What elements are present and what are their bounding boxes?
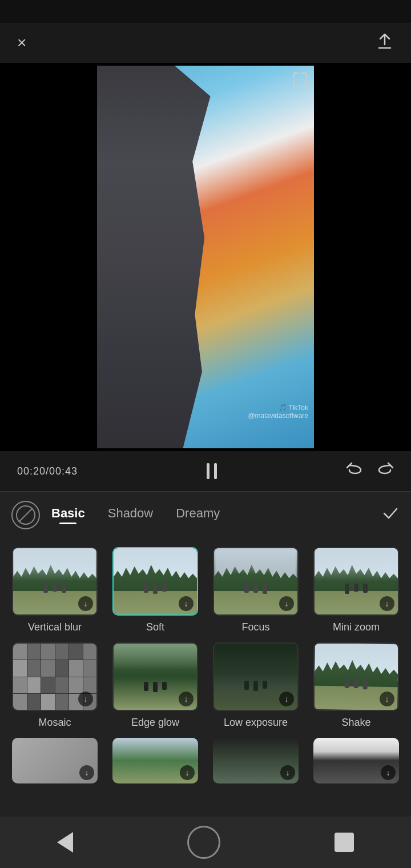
effect-label-soft: Soft [146,621,164,633]
effect-thumb-partial-2: ↓ [112,738,198,783]
tab-dreamy[interactable]: Dreamy [176,506,220,524]
download-badge: ↓ [279,692,294,706]
effect-shake[interactable]: ↓ Shake [311,642,402,729]
effect-thumb-partial-3: ↓ [213,738,299,783]
effect-focus[interactable]: ↓ Focus [210,547,301,633]
effect-label-low-exposure: Low exposure [224,717,288,729]
tiktok-watermark: 🎵 TikTok @malavidasoftware [248,404,308,420]
effect-edge-glow[interactable]: ↓ Edge glow [110,642,201,729]
filter-tabs: Basic Shadow Dreamy [0,492,411,538]
effect-mini-zoom[interactable]: ↓ Mini zoom [311,547,402,633]
stop-square-icon [335,833,354,852]
effect-thumb-soft: ↓ [112,547,198,616]
confirm-button[interactable] [381,504,400,527]
no-filter-button[interactable] [11,501,40,529]
download-badge: ↓ [179,692,194,706]
expand-icon[interactable] [292,71,308,91]
header: × [0,23,411,63]
effect-label-mosaic: Mosaic [38,717,71,729]
download-badge: ↓ [381,765,396,780]
video-content: 🎵 TikTok @malavidasoftware [97,66,314,448]
effects-grid-row2: ↓ Mosaic ↓ Edge glow [0,642,411,738]
nav-back-button[interactable] [57,832,73,853]
video-preview: 🎵 TikTok @malavidasoftware [0,63,411,451]
effects-grid-row3-partial: ↓ ↓ ↓ ↓ [0,738,411,793]
effect-vertical-blur[interactable]: ↓ Vertical blur [9,547,100,633]
download-badge: ↓ [180,765,195,780]
tab-basic[interactable]: Basic [51,506,85,524]
effect-label-mini-zoom: Mini zoom [333,621,380,633]
effect-soft[interactable]: ↓ Soft [110,547,201,633]
record-circle-icon [187,826,220,859]
pause-bar-left [207,463,209,479]
effect-label-vertical-blur: Vertical blur [28,621,82,633]
playback-extra-controls [346,461,394,481]
effect-label-edge-glow: Edge glow [131,717,179,729]
status-bar [0,0,411,23]
effect-thumb-vertical-blur: ↓ [12,547,98,616]
download-badge: ↓ [279,596,294,611]
nav-stop-button[interactable] [335,833,354,852]
download-badge: ↓ [179,596,194,611]
effect-low-exposure[interactable]: ↓ Low exposure [210,642,301,729]
effect-thumb-mini-zoom: ↓ [313,547,399,616]
download-badge: ↓ [78,692,93,706]
effect-thumb-partial-4: ↓ [313,738,399,783]
download-badge: ↓ [380,596,394,611]
effect-thumb-partial-1: ↓ [12,738,98,783]
effect-partial-1[interactable]: ↓ [9,738,100,783]
forward-button[interactable] [376,461,394,481]
pause-bar-right [214,463,217,479]
download-badge: ↓ [79,765,94,780]
effect-thumb-mosaic: ↓ [12,642,98,711]
effect-thumb-focus: ↓ [213,547,299,616]
effect-partial-4[interactable]: ↓ [311,738,402,783]
download-badge: ↓ [380,692,394,706]
tabs-container: Basic Shadow Dreamy [51,506,381,524]
upload-button[interactable] [376,32,394,54]
download-badge: ↓ [78,596,93,611]
time-display: 00:20/00:43 [17,465,78,477]
pause-button[interactable] [207,463,217,479]
effect-mosaic[interactable]: ↓ Mosaic [9,642,100,729]
nav-record-button[interactable] [187,826,220,859]
effect-partial-3[interactable]: ↓ [210,738,301,783]
download-badge: ↓ [280,765,295,780]
effects-grid-row1: ↓ Vertical blur ↓ Soft [0,538,411,642]
effect-partial-2[interactable]: ↓ [110,738,201,783]
effect-label-focus: Focus [241,621,269,633]
bottom-nav [0,817,411,868]
rewind-button[interactable] [346,461,364,481]
close-button[interactable]: × [17,34,26,52]
effect-label-shake: Shake [341,717,370,729]
effect-thumb-edge-glow: ↓ [112,642,198,711]
effect-thumb-low-exposure: ↓ [213,642,299,711]
video-frame: 🎵 TikTok @malavidasoftware [97,66,314,448]
playback-controls: 00:20/00:43 [0,451,411,491]
back-triangle-icon [57,832,73,853]
tab-shadow[interactable]: Shadow [108,506,154,524]
effect-thumb-shake: ↓ [313,642,399,711]
